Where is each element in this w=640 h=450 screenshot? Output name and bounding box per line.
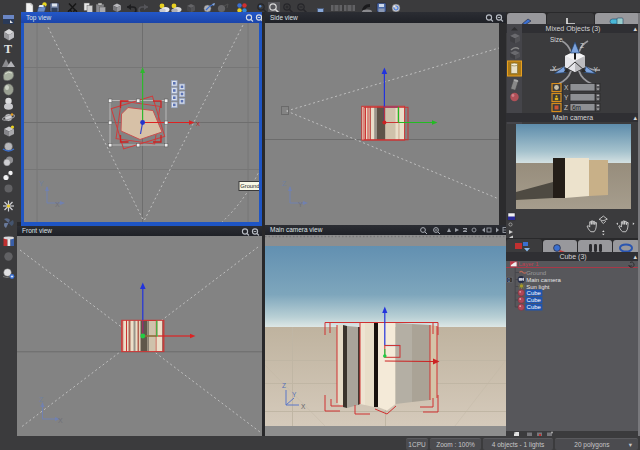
- svg-text:Z: Z: [282, 180, 287, 187]
- svg-text:Z: Z: [580, 42, 584, 49]
- svg-text:Cube: Cube: [527, 290, 542, 296]
- svg-text:X: X: [196, 121, 200, 127]
- svg-text:X: X: [55, 201, 60, 208]
- svg-text:Z: Z: [282, 382, 286, 389]
- svg-text:Y: Y: [298, 201, 303, 208]
- svg-text:Layer 1: Layer 1: [519, 261, 540, 267]
- svg-text:6m: 6m: [572, 104, 581, 111]
- svg-text:Y: Y: [594, 66, 599, 73]
- svg-text:Cube: Cube: [527, 304, 542, 310]
- svg-text:Ground: Ground: [526, 270, 546, 276]
- svg-text:0: 0: [508, 278, 511, 283]
- svg-text:T: T: [4, 42, 12, 56]
- svg-text:X: X: [301, 403, 306, 410]
- svg-text:Y: Y: [39, 180, 44, 187]
- svg-text:Cube: Cube: [527, 297, 542, 303]
- svg-text:Y: Y: [564, 94, 569, 101]
- svg-text:X: X: [552, 65, 557, 72]
- svg-text:Main camera: Main camera: [526, 277, 561, 283]
- svg-text:Z: Z: [39, 396, 44, 403]
- svg-text:Y: Y: [292, 391, 297, 398]
- svg-text:X: X: [564, 84, 569, 91]
- svg-text:X: X: [58, 417, 63, 424]
- svg-text:Ground: Ground: [240, 183, 259, 189]
- svg-text:Z: Z: [564, 104, 568, 111]
